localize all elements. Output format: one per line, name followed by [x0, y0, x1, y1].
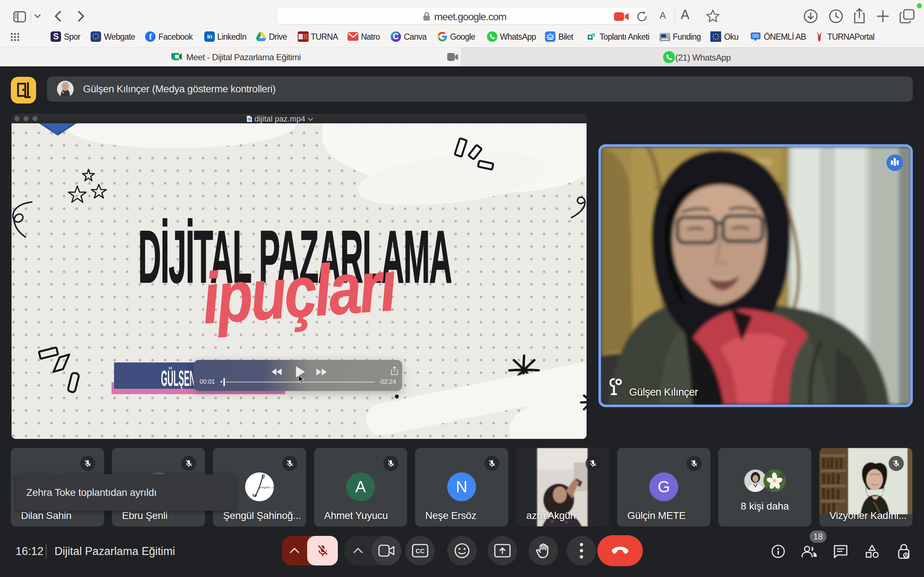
- svg-text:şengülce_design: şengülce_design: [260, 485, 274, 489]
- svg-text:CC: CC: [416, 548, 425, 554]
- svg-text:ipuçları: ipuçları: [200, 246, 398, 338]
